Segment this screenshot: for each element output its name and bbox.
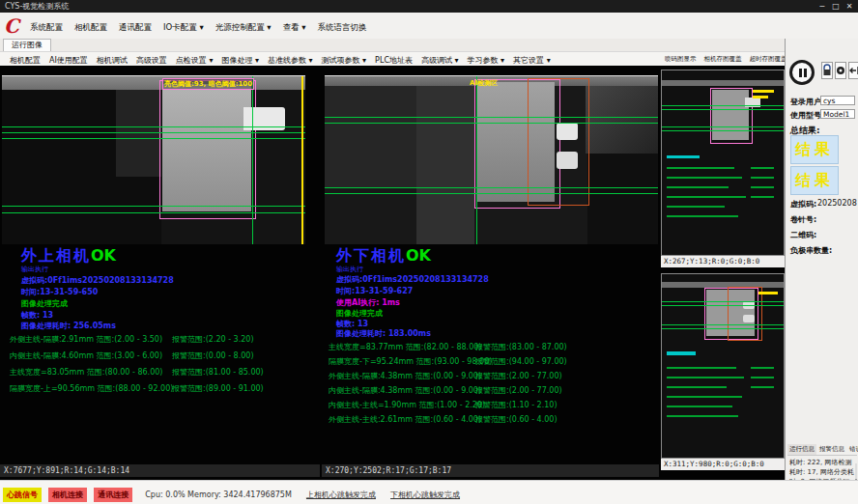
ai-zone-label: AI检测区 bbox=[470, 78, 498, 88]
comm-connect-badge: 通讯连接 bbox=[94, 488, 132, 502]
camera-connect-badge: 相机连接 bbox=[48, 488, 87, 502]
cpu-memory-text: Cpu: 0.0% Memory: 3424.41796875M bbox=[145, 490, 292, 499]
guide-line bbox=[2, 138, 305, 139]
thumb2-coords-bar: X:311;Y:980;R:0;G:0;B:0 bbox=[661, 459, 785, 470]
tab-strip: 运行图像 bbox=[0, 39, 785, 51]
alarm-range: 报警范围:(0.60 - 4.00) bbox=[475, 414, 558, 425]
tab-alarm-info[interactable]: 报警信息 bbox=[817, 444, 846, 455]
title-bar: CYS-视觉检测系统 ─ □ ✕ bbox=[0, 0, 858, 13]
tab-run-info[interactable]: 运行信息 bbox=[787, 444, 816, 455]
menu-item-system-config[interactable]: 系统配置 bbox=[25, 20, 68, 36]
needle-number-label: 卷针号: bbox=[790, 214, 816, 225]
threshold-overlay-label: 亮色阈值:93, 暗色阈值:100 bbox=[162, 78, 254, 90]
texture-line bbox=[751, 167, 774, 169]
thumb-camera-1[interactable] bbox=[661, 70, 785, 256]
status-bar: 心跳信号 相机连接 通讯连接 Cpu: 0.0% Memory: 3424.41… bbox=[0, 480, 858, 504]
measurement-row: 外侧主线-主线:2.61mm 范围:(0.60 - 4.00) bbox=[329, 414, 481, 425]
menu-item-io-config[interactable]: IO卡配置 ▾ bbox=[158, 20, 209, 36]
guide-line bbox=[325, 117, 658, 118]
left-frame-count: 帧数: 13 bbox=[21, 310, 53, 321]
alarm-range: 报警范围:(94.00 - 97.00) bbox=[475, 356, 567, 367]
model-field[interactable]: Model1 bbox=[820, 109, 855, 119]
guide-line bbox=[325, 123, 658, 124]
menu-items: 系统配置 相机配置 通讯配置 IO卡配置 ▾ 光源控制配置 ▾ 查看 ▾ 系统语… bbox=[25, 20, 372, 36]
mid-camera-image[interactable]: AI检测区 bbox=[325, 75, 658, 244]
guide-line-vertical bbox=[252, 76, 253, 244]
measurement-row: 内侧主线-隔膜:4.38mm 范围:(0.00 - 9.00) bbox=[329, 385, 481, 396]
alarm-range: 报警范围:(89.00 - 91.00) bbox=[172, 383, 264, 394]
menu-item-camera-config[interactable]: 相机配置 bbox=[70, 20, 112, 36]
target-icon bbox=[836, 63, 845, 78]
guide-line bbox=[2, 206, 305, 207]
texture-line bbox=[667, 167, 734, 169]
overlay-text-mark bbox=[753, 96, 768, 98]
thumb-camera-2[interactable] bbox=[661, 273, 785, 459]
overlay-text-mark bbox=[667, 351, 696, 355]
pause-icon bbox=[804, 69, 807, 77]
thumb-header-timeout-save[interactable]: 超时存图覆盖 bbox=[748, 54, 789, 66]
measurement-row: 外侧主线-隔膜:4.38mm 范围:(0.00 - 9.00) bbox=[329, 371, 481, 381]
tab-error-info[interactable]: 错误信息 bbox=[847, 444, 858, 455]
texture-line bbox=[667, 186, 729, 188]
alarm-range: 报警范围:(83.00 - 87.00) bbox=[475, 342, 567, 352]
overlay-text-mark bbox=[667, 155, 700, 158]
login-user-field[interactable]: cys bbox=[820, 96, 855, 105]
texture-line bbox=[667, 367, 736, 369]
left-camera-subtext: 输出执行 bbox=[21, 265, 48, 274]
alarm-range: 报警范围:(2.20 - 3.20) bbox=[172, 334, 254, 345]
login-user-label: 登录用户: bbox=[790, 97, 824, 107]
virtual-code-value: 20250208 bbox=[817, 199, 857, 208]
menu-item-comm-config[interactable]: 通讯配置 bbox=[114, 20, 157, 36]
guide-line bbox=[662, 109, 784, 110]
lower-camera-trigger-link[interactable]: 下相机心跳触发完成 bbox=[390, 490, 460, 499]
guide-line bbox=[662, 126, 784, 127]
left-process-elapsed: 图像处理耗时: 256.05ms bbox=[21, 321, 116, 331]
minimize-button[interactable]: ─ bbox=[815, 0, 829, 13]
exit-arrow-icon bbox=[849, 63, 858, 78]
qr-code-label: 二维码: bbox=[790, 230, 816, 240]
upper-camera-trigger-link[interactable]: 上相机心跳触发完成 bbox=[306, 490, 376, 499]
window-title: CYS-视觉检测系统 bbox=[5, 0, 69, 13]
roi-box-pink bbox=[710, 88, 753, 144]
overlay-text-mark bbox=[753, 90, 774, 93]
lock-icon bbox=[822, 63, 832, 78]
roi-box-orange bbox=[728, 287, 762, 341]
menu-item-view[interactable]: 查看 ▾ bbox=[278, 20, 311, 36]
left-process-done: 图像处理完成 bbox=[21, 298, 68, 309]
pause-icon bbox=[799, 69, 802, 77]
menu-item-language-switch[interactable]: 系统语言切换 bbox=[313, 20, 372, 36]
measurement-row: 主线宽度=83.77mm 范围:(82.00 - 88.00) bbox=[329, 342, 481, 352]
texture-line bbox=[667, 415, 738, 417]
exit-button[interactable] bbox=[848, 62, 858, 79]
target-button[interactable] bbox=[835, 62, 846, 79]
menu-item-light-config[interactable]: 光源控制配置 ▾ bbox=[211, 20, 276, 36]
maximize-button[interactable]: □ bbox=[829, 0, 843, 13]
thumb-header-spray-image[interactable]: 喷码图显示 bbox=[663, 54, 699, 66]
lock-button[interactable] bbox=[821, 62, 833, 79]
guide-line bbox=[662, 130, 784, 131]
texture-line bbox=[751, 196, 774, 198]
guide-line bbox=[2, 132, 305, 133]
machine-rail bbox=[2, 76, 305, 90]
image-dark-zone bbox=[587, 154, 658, 244]
texture-line bbox=[667, 196, 746, 198]
result-box-2: 结果 bbox=[790, 166, 839, 195]
left-camera-name: 外上相机 bbox=[21, 246, 91, 265]
left-camera-title: 外上相机OK bbox=[21, 246, 116, 266]
alarm-range: 报警范围:(1.10 - 2.10) bbox=[475, 400, 558, 410]
app-logo-icon: C bbox=[4, 14, 19, 38]
machine-block bbox=[116, 90, 161, 177]
mid-camera-subtext: 输出执行 bbox=[336, 265, 363, 274]
machine-block bbox=[325, 86, 416, 187]
pause-button[interactable] bbox=[789, 60, 815, 85]
app-window: CYS-视觉检测系统 ─ □ ✕ C 系统配置 相机配置 通讯配置 IO卡配置 … bbox=[0, 0, 858, 504]
thumb-header-camera-save[interactable]: 相机存图覆盖 bbox=[702, 54, 744, 66]
measurement-row: 隔膜宽度-上=90.56mm 范围:(88.00 - 92.00) bbox=[10, 383, 173, 394]
texture-line bbox=[667, 177, 742, 179]
measurement-row: 隔膜宽度-下=95.24mm 范围:(93.00 - 98.00) bbox=[329, 356, 492, 367]
close-button[interactable]: ✕ bbox=[843, 0, 856, 13]
thumb-header: 喷码图显示 相机存图覆盖 超时存图覆盖 bbox=[663, 54, 783, 66]
measurement-row: 外侧主线-隔膜:2.91mm 范围:(2.00 - 3.50) bbox=[10, 334, 162, 345]
left-camera-image[interactable]: 亮色阈值:93, 暗色阈值:100 bbox=[2, 75, 305, 244]
tab-run-image[interactable]: 运行图像 bbox=[3, 39, 51, 51]
